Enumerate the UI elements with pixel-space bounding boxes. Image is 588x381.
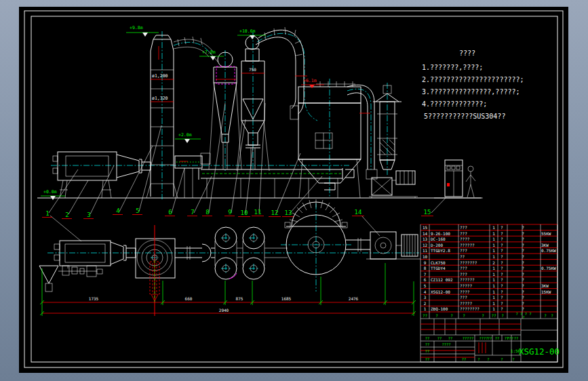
note-line-4: 4.?????????????;: [422, 100, 487, 108]
cad-viewer-canvas: ???? 1.???????,????; 2.?????????????????…: [0, 0, 588, 381]
stage-hdr-3: ??: [514, 336, 519, 340]
sig-design: ??: [425, 342, 430, 346]
p10-qty: 1: [492, 254, 495, 259]
p12-name: ??????: [460, 243, 475, 247]
notes-title: ????: [459, 49, 475, 57]
note-line-5: 5???????????SUS304??: [424, 113, 505, 120]
p8-code: TTGDY4: [431, 266, 446, 270]
p12-code: D-200: [431, 243, 443, 247]
p5-no: 5: [424, 283, 427, 288]
note-line-1: 1.???????,????;: [422, 64, 483, 71]
p11-qty: 1: [492, 248, 495, 253]
p8-no: 8: [424, 266, 427, 270]
p14-no: 14: [423, 231, 428, 236]
p9-name: ???????: [460, 260, 477, 265]
p14-name: ???: [460, 231, 467, 236]
p1-name: ????????: [460, 306, 479, 311]
tower-upper-diameter: ø1,200: [152, 73, 168, 79]
p1-code: ZBQ-100: [431, 306, 448, 311]
balloon-4: 4: [116, 207, 119, 214]
hdr-note-r: ?: [551, 313, 553, 318]
elevation-riser-top: +10.6m: [239, 28, 256, 34]
p13-mat: ? ?: [501, 237, 532, 241]
p5-name: ?????: [460, 283, 472, 288]
rev-2: ??: [448, 336, 453, 340]
note-line-3: 3.???????????????,?????;: [422, 88, 520, 96]
stage-btm-0: ?: [477, 357, 479, 361]
elevation-cyclone-inlet: +7.8m: [202, 49, 216, 55]
p12-no: 12: [423, 243, 428, 247]
indicator-light: [447, 183, 450, 186]
hdr-note-l: ?: [544, 313, 547, 318]
elevation-tower-top: +9.8m: [130, 25, 143, 31]
p6-qty: 1: [492, 277, 495, 282]
p3-qty: 1: [492, 295, 495, 300]
dim-seg-1: 1735: [89, 296, 99, 301]
cyclone-diameter-label: 750: [249, 67, 256, 72]
dim-seg-4: 1685: [281, 296, 292, 301]
p10-mat: ? ?: [501, 254, 532, 259]
p5-note: 3KW: [541, 283, 549, 288]
dim-seg-5: 2476: [349, 296, 359, 301]
p14-mat: ? ?: [501, 231, 532, 236]
p8-note: 0.75KW: [541, 266, 556, 270]
p7-qty: 1: [492, 272, 495, 277]
dim-overall: 2940: [219, 308, 229, 313]
p4-no: 4: [424, 289, 427, 294]
p13-name: ????: [460, 237, 470, 241]
p3-name: ???: [460, 295, 467, 300]
p9-qty: 2: [492, 260, 495, 265]
balloon-11: 11: [254, 209, 262, 216]
p8-name: ???: [460, 266, 467, 270]
p11-mat: ? ?: [501, 248, 532, 253]
hdr-name-r: ?: [482, 313, 484, 318]
p14-note: 55KW: [541, 231, 551, 236]
p8-mat: ? ?: [501, 266, 532, 270]
rev-1: ??: [437, 336, 442, 340]
p12-note: 3KW: [541, 243, 549, 247]
p11-no: 11: [423, 248, 428, 253]
p7-no: 7: [424, 272, 427, 277]
stage-btm-1: ?: [487, 357, 489, 361]
p15-qty: 1: [492, 225, 495, 230]
p9-code: CLK750: [431, 260, 446, 265]
drawing-number: XSG12-00: [519, 346, 560, 357]
p4-qty: 1: [492, 289, 495, 294]
p1-no: 1: [424, 306, 427, 311]
sig-appr: ??: [462, 357, 467, 361]
p5-qty: 1: [492, 283, 495, 288]
balloon-14: 14: [355, 209, 362, 216]
p13-qty: 1: [492, 237, 495, 241]
paper-background: [19, 7, 568, 373]
p1-qty: 1: [492, 306, 495, 311]
p12-qty: 1: [492, 243, 495, 247]
p11-note: 0.75KW: [541, 248, 556, 253]
stage-btm-2: ?: [501, 357, 503, 361]
balloon-8: 8: [205, 209, 209, 216]
stage-btm-3: ?: [512, 357, 514, 361]
p15-no: 15: [423, 225, 428, 230]
rev-0: ??: [425, 336, 430, 340]
p6-mat: ? ?: [501, 277, 532, 282]
p4-name: ????: [460, 289, 470, 294]
balloon-10: 10: [241, 209, 248, 216]
balloon-9: 9: [228, 209, 231, 216]
elevation-ground: +0.0m: [43, 189, 57, 195]
sig-date: ????: [442, 342, 450, 346]
drawing-sheet: ???? 1.???????,????; 2.?????????????????…: [0, 0, 588, 381]
balloon-1: 1: [45, 210, 49, 217]
hdr-qty: ??: [491, 313, 496, 318]
tower-lower-diameter: ø1,320: [152, 96, 168, 101]
p6-name: ??????: [460, 277, 475, 282]
rev-3: ?????: [463, 336, 474, 340]
p14-qty: 1: [492, 231, 495, 236]
balloon-5: 5: [136, 207, 139, 214]
p2-mat: ? ?: [501, 301, 532, 306]
hdr-code-l: ?: [435, 313, 438, 318]
p15-mat: ? ?: [501, 225, 532, 230]
p11-name: ???: [460, 248, 467, 253]
p14-code: 9-26-100: [431, 231, 450, 236]
p13-no: 13: [423, 237, 428, 241]
dim-seg-2: 660: [185, 296, 193, 301]
p2-no: 2: [424, 301, 427, 306]
